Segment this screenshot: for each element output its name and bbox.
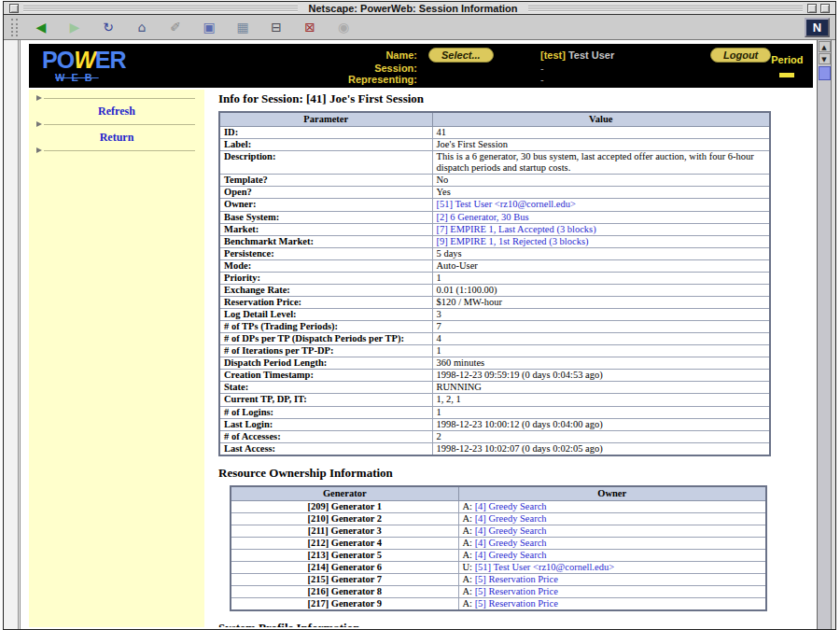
parameter-value: 1998-12-23 10:00:12 (0 days 0:04:00 ago) xyxy=(437,419,603,429)
parameter-name: Last Login: xyxy=(219,418,432,430)
zoom-button[interactable] xyxy=(807,4,817,13)
select-user-button[interactable]: Select... xyxy=(428,48,494,63)
page: POWER WEB Name: Select... [test] Test Us… xyxy=(21,40,817,629)
guide-button[interactable]: ▣ xyxy=(195,18,223,37)
table-row: Mode: Auto-User xyxy=(219,259,770,272)
parameter-name: Benchmarkt Market: xyxy=(219,235,432,247)
titlebar-stripes[interactable] xyxy=(23,4,298,12)
netscape-logo[interactable]: N xyxy=(805,18,830,37)
forward-button[interactable]: ▶ xyxy=(61,18,89,37)
table-row: # of DPs per TP (Dispatch Periods per TP… xyxy=(219,333,770,345)
owner-cell: A: [5] Reservation Price xyxy=(458,586,766,598)
print-icon: ⊟ xyxy=(271,21,282,34)
parameter-value[interactable]: [9] EMPIRE 1, 1st Rejected (3 blocks) xyxy=(437,236,589,246)
owner-cell: A: [5] Reservation Price xyxy=(458,574,766,586)
parameter-value: 1 xyxy=(437,407,441,417)
scroll-up-icon[interactable]: ▲ xyxy=(819,41,831,52)
parameter-value: 4 xyxy=(437,333,441,343)
close-button[interactable] xyxy=(9,4,19,13)
titlebar-stripes[interactable] xyxy=(528,4,803,12)
owner-link[interactable]: [5] Reservation Price xyxy=(475,574,558,584)
logo-w-bolt-icon: W xyxy=(74,47,95,73)
owner-link[interactable]: [4] Greedy Search xyxy=(475,513,547,524)
parameter-value: 1998-12-23 09:59:19 (0 days 0:04:53 ago) xyxy=(437,370,603,380)
stop-button[interactable]: ◉ xyxy=(329,18,357,37)
table-row: [213] Generator 5 A: [4] Greedy Search xyxy=(231,550,766,562)
profile-section-title: System Profile Information xyxy=(218,621,813,627)
parameter-name: Mode: xyxy=(219,259,432,272)
owner-prefix: U: xyxy=(463,562,475,572)
owner-link[interactable]: [4] Greedy Search xyxy=(475,525,547,536)
vertical-scrollbar[interactable]: ▲ ▼ xyxy=(817,40,831,629)
owner-cell: A: [4] Greedy Search xyxy=(458,500,766,512)
parameter-value-cell: 7 xyxy=(432,321,770,333)
parameter-value: 1, 2, 1 xyxy=(437,394,461,404)
resource-ownership-table: Generator Owner [209] Generator 1 A: [4]… xyxy=(230,485,767,612)
toolbar-grip[interactable] xyxy=(11,19,18,36)
reload-button[interactable]: ↻ xyxy=(94,18,122,37)
parameter-value: 0.01 (1:100.00) xyxy=(437,285,497,295)
parameter-value: 3 xyxy=(437,309,441,319)
logout-button[interactable]: Logout xyxy=(710,48,771,63)
home-button[interactable]: ⌂ xyxy=(128,18,156,37)
session-value: - xyxy=(540,63,699,74)
images-button[interactable]: ▦ xyxy=(229,18,257,37)
header-fields: Name: Select... [test] Test User Logout … xyxy=(331,48,771,85)
owner-link[interactable]: [4] Greedy Search xyxy=(475,550,547,560)
back-button[interactable]: ◀ xyxy=(27,18,55,37)
owner-link[interactable]: [5] Reservation Price xyxy=(475,598,558,609)
parameter-name: Priority: xyxy=(219,272,432,284)
window-right-border xyxy=(831,40,835,629)
table-row: ID: 41 xyxy=(219,127,770,139)
parameter-value: No xyxy=(437,175,449,185)
table-row: # of Iterations per TP-DP: 1 xyxy=(219,345,770,357)
scroll-down-icon[interactable]: ▼ xyxy=(819,53,831,64)
owner-cell: A: [5] Reservation Price xyxy=(458,598,766,611)
table-row: Priority: 1 xyxy=(219,272,770,284)
owner-prefix: A: xyxy=(463,586,475,596)
generator-name: [216] Generator 8 xyxy=(231,586,458,598)
print-button[interactable]: ⊟ xyxy=(262,18,290,37)
table-row: [212] Generator 4 A: [4] Greedy Search xyxy=(231,538,766,550)
powerweb-logo[interactable]: POWER WEB xyxy=(42,49,210,83)
parameter-value[interactable]: [2] 6 Generator, 30 Bus xyxy=(437,212,529,222)
parameter-value-cell: 5 days xyxy=(432,247,770,259)
parameter-value-cell: [7] EMPIRE 1, Last Accepted (3 blocks) xyxy=(432,223,770,235)
owner-link[interactable]: [4] Greedy Search xyxy=(475,538,547,548)
images-icon: ▦ xyxy=(236,21,248,34)
owner-link[interactable]: [4] Greedy Search xyxy=(475,501,547,511)
generator-name: [215] Generator 7 xyxy=(231,574,458,586)
parameter-value-cell: 41 xyxy=(432,127,770,139)
parameter-name: Persistence: xyxy=(219,247,432,259)
sidebar-item-refresh[interactable]: Refresh xyxy=(29,103,204,120)
scrollbar-thumb[interactable] xyxy=(819,66,831,80)
sidebar-item-return[interactable]: Return xyxy=(29,129,204,147)
parameter-value-cell: 2 xyxy=(432,430,770,442)
security-button[interactable]: ⊠ xyxy=(296,18,324,37)
collapse-button[interactable] xyxy=(820,4,830,13)
owner-prefix: A: xyxy=(463,525,475,536)
parameter-value[interactable]: [51] Test User <rz10@cornell.edu> xyxy=(437,199,576,209)
parameter-value-cell: This is a 6 generator, 30 bus system, la… xyxy=(432,151,770,175)
generator-name: [209] Generator 1 xyxy=(231,500,458,512)
owner-link[interactable]: [51] Test User <rz10@cornell.edu> xyxy=(475,562,614,572)
search-button[interactable]: ✐ xyxy=(161,18,189,37)
column-header-owner: Owner xyxy=(458,486,766,501)
owner-link[interactable]: [5] Reservation Price xyxy=(475,586,558,596)
main-content: Info for Session: [41] Joe's First Sessi… xyxy=(204,90,813,627)
table-row: State: RUNNING xyxy=(219,382,770,394)
parameter-name: # of TPs (Trading Periods): xyxy=(219,321,432,333)
page-title: Info for Session: [41] Joe's First Sessi… xyxy=(218,91,813,106)
representing-label: Representing: xyxy=(331,74,417,85)
parameter-value: 1 xyxy=(437,345,441,356)
parameter-name: Dispatch Period Length: xyxy=(219,357,432,370)
parameter-name: Creation Timestamp: xyxy=(219,370,432,382)
parameter-value-cell: [51] Test User <rz10@cornell.edu> xyxy=(432,199,770,211)
parameter-name: Owner: xyxy=(219,199,432,211)
table-row: Exchange Rate: 0.01 (1:100.00) xyxy=(219,284,770,296)
sidebar-divider xyxy=(44,98,195,99)
owner-prefix: A: xyxy=(463,550,475,560)
window-title: Netscape: PowerWeb: Session Information xyxy=(301,3,525,14)
parameter-value[interactable]: [7] EMPIRE 1, Last Accepted (3 blocks) xyxy=(437,224,596,234)
parameter-value-cell: 1, 2, 1 xyxy=(432,394,770,406)
